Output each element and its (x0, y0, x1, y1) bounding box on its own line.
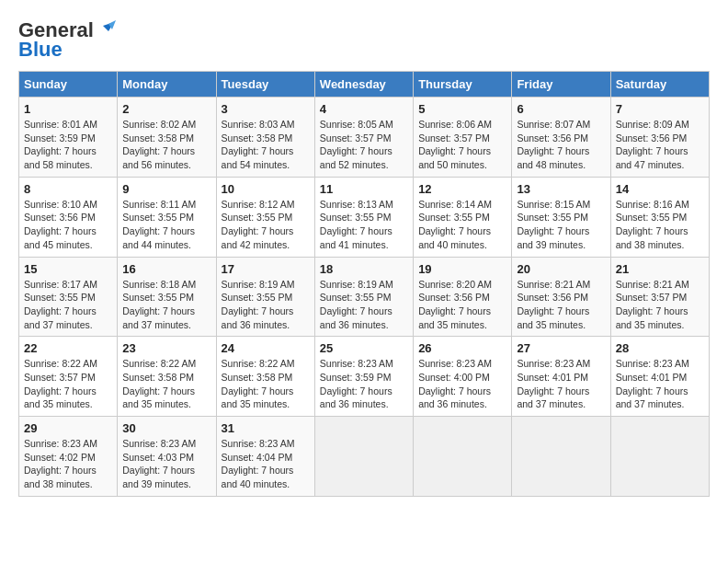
calendar-week-3: 15Sunrise: 8:17 AMSunset: 3:55 PMDayligh… (19, 257, 710, 337)
page-header: General Blue (18, 18, 710, 62)
day-info: Sunrise: 8:12 AMSunset: 3:55 PMDaylight:… (222, 198, 310, 252)
calendar-week-1: 1Sunrise: 8:01 AMSunset: 3:59 PMDaylight… (19, 98, 710, 178)
day-info: Sunrise: 8:17 AMSunset: 3:55 PMDaylight:… (24, 278, 112, 332)
day-number: 8 (24, 182, 112, 196)
calendar-cell: 12Sunrise: 8:14 AMSunset: 3:55 PMDayligh… (414, 177, 512, 257)
day-info: Sunrise: 8:19 AMSunset: 3:55 PMDaylight:… (222, 278, 310, 332)
calendar-cell: 20Sunrise: 8:21 AMSunset: 3:56 PMDayligh… (512, 257, 610, 337)
day-info: Sunrise: 8:03 AMSunset: 3:58 PMDaylight:… (222, 118, 310, 172)
day-info: Sunrise: 8:21 AMSunset: 3:57 PMDaylight:… (616, 278, 704, 332)
day-number: 17 (222, 262, 310, 276)
calendar-cell: 9Sunrise: 8:11 AMSunset: 3:55 PMDaylight… (118, 177, 216, 257)
calendar-cell: 2Sunrise: 8:02 AMSunset: 3:58 PMDaylight… (118, 98, 216, 178)
day-info: Sunrise: 8:23 AMSunset: 4:01 PMDaylight:… (517, 357, 605, 411)
day-number: 14 (616, 182, 704, 196)
calendar-week-2: 8Sunrise: 8:10 AMSunset: 3:56 PMDaylight… (19, 177, 710, 257)
day-number: 4 (320, 102, 408, 116)
day-number: 13 (517, 182, 605, 196)
calendar-cell (314, 417, 413, 497)
day-info: Sunrise: 8:11 AMSunset: 3:55 PMDaylight:… (122, 198, 210, 252)
calendar-week-4: 22Sunrise: 8:22 AMSunset: 3:57 PMDayligh… (19, 337, 710, 417)
calendar-cell: 19Sunrise: 8:20 AMSunset: 3:56 PMDayligh… (414, 257, 512, 337)
day-number: 6 (517, 102, 605, 116)
day-number: 21 (616, 262, 704, 276)
calendar-header-tuesday: Tuesday (216, 72, 314, 98)
day-info: Sunrise: 8:16 AMSunset: 3:55 PMDaylight:… (616, 198, 704, 252)
calendar-header-wednesday: Wednesday (314, 72, 413, 98)
logo-container: General Blue (18, 18, 116, 62)
calendar-header-thursday: Thursday (414, 72, 512, 98)
day-number: 18 (320, 262, 408, 276)
day-info: Sunrise: 8:01 AMSunset: 3:59 PMDaylight:… (24, 118, 112, 172)
day-info: Sunrise: 8:23 AMSunset: 4:00 PMDaylight:… (418, 357, 506, 411)
day-info: Sunrise: 8:20 AMSunset: 3:56 PMDaylight:… (418, 278, 506, 332)
logo: General Blue (18, 18, 116, 62)
calendar-cell: 30Sunrise: 8:23 AMSunset: 4:03 PMDayligh… (118, 417, 216, 497)
logo-blue: Blue (18, 38, 63, 62)
day-number: 7 (616, 102, 704, 116)
day-number: 5 (418, 102, 506, 116)
day-number: 31 (222, 421, 310, 435)
day-number: 10 (222, 182, 310, 196)
day-info: Sunrise: 8:18 AMSunset: 3:55 PMDaylight:… (122, 278, 210, 332)
calendar-header-saturday: Saturday (610, 72, 709, 98)
day-number: 23 (122, 341, 210, 355)
day-number: 22 (24, 341, 112, 355)
calendar-cell: 4Sunrise: 8:05 AMSunset: 3:57 PMDaylight… (314, 98, 413, 178)
calendar-cell: 10Sunrise: 8:12 AMSunset: 3:55 PMDayligh… (216, 177, 314, 257)
calendar-cell: 26Sunrise: 8:23 AMSunset: 4:00 PMDayligh… (414, 337, 512, 417)
day-info: Sunrise: 8:05 AMSunset: 3:57 PMDaylight:… (320, 118, 408, 172)
day-info: Sunrise: 8:02 AMSunset: 3:58 PMDaylight:… (122, 118, 210, 172)
calendar-cell: 18Sunrise: 8:19 AMSunset: 3:55 PMDayligh… (314, 257, 413, 337)
day-info: Sunrise: 8:22 AMSunset: 3:58 PMDaylight:… (222, 357, 310, 411)
calendar-cell: 22Sunrise: 8:22 AMSunset: 3:57 PMDayligh… (19, 337, 118, 417)
day-info: Sunrise: 8:23 AMSunset: 4:01 PMDaylight:… (616, 357, 704, 411)
calendar-cell: 23Sunrise: 8:22 AMSunset: 3:58 PMDayligh… (118, 337, 216, 417)
calendar-table: SundayMondayTuesdayWednesdayThursdayFrid… (18, 71, 710, 497)
calendar-cell: 24Sunrise: 8:22 AMSunset: 3:58 PMDayligh… (216, 337, 314, 417)
calendar-cell: 13Sunrise: 8:15 AMSunset: 3:55 PMDayligh… (512, 177, 610, 257)
day-number: 1 (24, 102, 112, 116)
day-number: 27 (517, 341, 605, 355)
calendar-cell: 25Sunrise: 8:23 AMSunset: 3:59 PMDayligh… (314, 337, 413, 417)
day-number: 25 (320, 341, 408, 355)
calendar-cell: 8Sunrise: 8:10 AMSunset: 3:56 PMDaylight… (19, 177, 118, 257)
calendar-cell: 5Sunrise: 8:06 AMSunset: 3:57 PMDaylight… (414, 98, 512, 178)
calendar-cell: 21Sunrise: 8:21 AMSunset: 3:57 PMDayligh… (610, 257, 709, 337)
day-info: Sunrise: 8:23 AMSunset: 4:03 PMDaylight:… (122, 437, 210, 491)
calendar-header-monday: Monday (118, 72, 216, 98)
day-info: Sunrise: 8:10 AMSunset: 3:56 PMDaylight:… (24, 198, 112, 252)
day-info: Sunrise: 8:07 AMSunset: 3:56 PMDaylight:… (517, 118, 605, 172)
day-number: 3 (222, 102, 310, 116)
day-number: 29 (24, 421, 112, 435)
calendar-cell: 14Sunrise: 8:16 AMSunset: 3:55 PMDayligh… (610, 177, 709, 257)
calendar-cell: 31Sunrise: 8:23 AMSunset: 4:04 PMDayligh… (216, 417, 314, 497)
day-number: 9 (122, 182, 210, 196)
calendar-cell: 27Sunrise: 8:23 AMSunset: 4:01 PMDayligh… (512, 337, 610, 417)
day-info: Sunrise: 8:09 AMSunset: 3:56 PMDaylight:… (616, 118, 704, 172)
calendar-header-sunday: Sunday (19, 72, 118, 98)
day-info: Sunrise: 8:15 AMSunset: 3:55 PMDaylight:… (517, 198, 605, 252)
calendar-cell (414, 417, 512, 497)
day-number: 2 (122, 102, 210, 116)
day-info: Sunrise: 8:22 AMSunset: 3:58 PMDaylight:… (122, 357, 210, 411)
calendar-cell: 28Sunrise: 8:23 AMSunset: 4:01 PMDayligh… (610, 337, 709, 417)
day-number: 30 (122, 421, 210, 435)
day-info: Sunrise: 8:22 AMSunset: 3:57 PMDaylight:… (24, 357, 112, 411)
day-number: 11 (320, 182, 408, 196)
calendar-cell: 6Sunrise: 8:07 AMSunset: 3:56 PMDaylight… (512, 98, 610, 178)
day-number: 15 (24, 262, 112, 276)
day-info: Sunrise: 8:21 AMSunset: 3:56 PMDaylight:… (517, 278, 605, 332)
calendar-cell: 1Sunrise: 8:01 AMSunset: 3:59 PMDaylight… (19, 98, 118, 178)
calendar-cell: 16Sunrise: 8:18 AMSunset: 3:55 PMDayligh… (118, 257, 216, 337)
logo-bird-icon (96, 18, 116, 39)
day-info: Sunrise: 8:19 AMSunset: 3:55 PMDaylight:… (320, 278, 408, 332)
calendar-cell: 17Sunrise: 8:19 AMSunset: 3:55 PMDayligh… (216, 257, 314, 337)
calendar-cell: 29Sunrise: 8:23 AMSunset: 4:02 PMDayligh… (19, 417, 118, 497)
day-info: Sunrise: 8:23 AMSunset: 4:02 PMDaylight:… (24, 437, 112, 491)
day-info: Sunrise: 8:23 AMSunset: 3:59 PMDaylight:… (320, 357, 408, 411)
day-number: 28 (616, 341, 704, 355)
calendar-week-5: 29Sunrise: 8:23 AMSunset: 4:02 PMDayligh… (19, 417, 710, 497)
day-info: Sunrise: 8:06 AMSunset: 3:57 PMDaylight:… (418, 118, 506, 172)
day-number: 19 (418, 262, 506, 276)
